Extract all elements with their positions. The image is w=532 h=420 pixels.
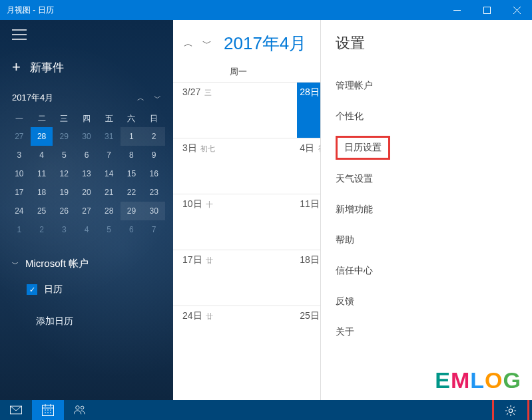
settings-option[interactable]: 帮助 bbox=[336, 225, 517, 256]
mini-cal-day[interactable]: 15 bbox=[121, 164, 143, 183]
mini-cal-day[interactable]: 27 bbox=[75, 202, 98, 220]
mini-cal-day[interactable]: 4 bbox=[31, 146, 53, 164]
svg-rect-2 bbox=[43, 405, 54, 416]
settings-option[interactable]: 新增功能 bbox=[336, 194, 517, 225]
mini-cal-day[interactable]: 2 bbox=[142, 127, 165, 146]
calendar-button[interactable] bbox=[32, 400, 64, 420]
mini-cal-day[interactable]: 23 bbox=[142, 183, 165, 202]
calendar-day[interactable]: 24日 廿 bbox=[180, 306, 297, 361]
plus-icon: + bbox=[12, 59, 21, 76]
month-title: 2017年4月 bbox=[224, 32, 306, 55]
mini-cal-day[interactable]: 20 bbox=[75, 183, 98, 202]
mini-cal-day[interactable]: 3 bbox=[8, 146, 31, 164]
mini-cal-day[interactable]: 6 bbox=[75, 146, 98, 164]
mini-cal-day[interactable]: 21 bbox=[98, 183, 121, 202]
mini-cal-day[interactable]: 5 bbox=[98, 220, 121, 239]
mini-cal-day[interactable]: 28 bbox=[98, 202, 121, 220]
mini-cal-prev[interactable]: ︿ bbox=[137, 93, 144, 103]
settings-button-highlight bbox=[492, 398, 529, 420]
mini-cal-day[interactable]: 26 bbox=[53, 202, 75, 220]
mini-cal-day[interactable]: 2 bbox=[31, 220, 53, 239]
settings-option[interactable]: 个性化 bbox=[336, 101, 517, 132]
new-event-button[interactable]: + 新事件 bbox=[0, 52, 173, 88]
checkbox-icon: ✓ bbox=[27, 284, 37, 295]
mini-cal-day[interactable]: 22 bbox=[121, 183, 143, 202]
mini-cal-day[interactable]: 1 bbox=[121, 127, 143, 146]
window-title: 月视图 - 日历 bbox=[0, 5, 54, 16]
account-label: Microsoft 帐户 bbox=[25, 258, 89, 270]
mini-cal-day[interactable]: 30 bbox=[142, 202, 165, 220]
maximize-button[interactable] bbox=[472, 0, 502, 20]
mini-cal-day[interactable]: 6 bbox=[121, 220, 143, 239]
accounts-section: ﹀ Microsoft 帐户 ✓ 日历 添加日历 bbox=[0, 254, 173, 327]
mini-cal-day[interactable]: 29 bbox=[121, 202, 143, 220]
calendar-day[interactable]: 3/27 三 bbox=[180, 83, 297, 138]
calendar-checkbox-item[interactable]: ✓ 日历 bbox=[11, 274, 162, 298]
window-controls bbox=[442, 0, 532, 20]
account-header[interactable]: ﹀ Microsoft 帐户 bbox=[11, 254, 162, 274]
settings-option[interactable]: 管理帐户 bbox=[336, 71, 517, 101]
mini-cal-day-header: 六 bbox=[121, 110, 143, 127]
settings-option[interactable]: 日历设置 bbox=[336, 136, 390, 160]
settings-button[interactable] bbox=[495, 401, 527, 420]
mini-cal-day[interactable]: 11 bbox=[31, 164, 53, 183]
mini-cal-day[interactable]: 5 bbox=[53, 146, 75, 164]
minimize-button[interactable] bbox=[442, 0, 472, 20]
mail-button[interactable] bbox=[0, 400, 32, 420]
svg-point-5 bbox=[509, 409, 512, 412]
prev-month-button[interactable]: ︿ bbox=[182, 38, 194, 50]
mini-cal-day-header: 四 bbox=[75, 110, 98, 127]
watermark: EMLOG bbox=[435, 367, 521, 393]
mini-cal-day[interactable]: 30 bbox=[75, 127, 98, 146]
calendar-item-label: 日历 bbox=[44, 284, 63, 296]
mini-cal-day-header: 一 bbox=[8, 110, 31, 127]
settings-option[interactable]: 信任中心 bbox=[336, 256, 517, 286]
mini-cal-day[interactable]: 25 bbox=[31, 202, 53, 220]
svg-point-4 bbox=[81, 406, 84, 409]
chevron-down-icon: ﹀ bbox=[12, 260, 19, 269]
mini-cal-day[interactable]: 8 bbox=[121, 146, 143, 164]
mini-cal-day[interactable]: 13 bbox=[75, 164, 98, 183]
add-calendar-link[interactable]: 添加日历 bbox=[11, 298, 162, 327]
settings-option[interactable]: 天气设置 bbox=[336, 164, 517, 194]
mini-cal-next[interactable]: ﹀ bbox=[154, 93, 161, 103]
new-event-label: 新事件 bbox=[30, 60, 64, 75]
mini-cal-day[interactable]: 4 bbox=[75, 220, 98, 239]
bottom-bar bbox=[0, 400, 532, 420]
next-month-button[interactable]: ﹀ bbox=[201, 38, 213, 50]
hamburger-button[interactable] bbox=[0, 20, 173, 52]
mini-cal-day[interactable]: 16 bbox=[142, 164, 165, 183]
svg-point-3 bbox=[76, 406, 79, 409]
mini-cal-day-header: 日 bbox=[142, 110, 165, 127]
mini-cal-day[interactable]: 19 bbox=[53, 183, 75, 202]
mini-calendar: 2017年4月 ︿ ﹀ 一二三四五六日272829303112345678910… bbox=[0, 88, 173, 239]
mini-cal-day[interactable]: 31 bbox=[98, 127, 121, 146]
settings-option[interactable]: 关于 bbox=[336, 317, 517, 347]
mini-cal-day[interactable]: 24 bbox=[8, 202, 31, 220]
close-button[interactable] bbox=[502, 0, 532, 20]
calendar-day[interactable]: 10日 十 bbox=[180, 194, 297, 250]
mini-cal-day-header: 二 bbox=[31, 110, 53, 127]
mini-cal-day[interactable]: 29 bbox=[53, 127, 75, 146]
settings-title: 设置 bbox=[336, 33, 517, 53]
mini-cal-month: 2017年4月 bbox=[12, 92, 53, 104]
mini-cal-day[interactable]: 17 bbox=[8, 183, 31, 202]
day-header: 周一 bbox=[180, 62, 297, 82]
mini-cal-day[interactable]: 10 bbox=[8, 164, 31, 183]
people-button[interactable] bbox=[64, 400, 96, 420]
mini-cal-day[interactable]: 1 bbox=[8, 220, 31, 239]
svg-rect-0 bbox=[484, 7, 491, 13]
mini-cal-day[interactable]: 9 bbox=[142, 146, 165, 164]
mini-cal-day-header: 五 bbox=[98, 110, 121, 127]
mini-cal-day[interactable]: 12 bbox=[53, 164, 75, 183]
settings-option[interactable]: 反馈 bbox=[336, 286, 517, 317]
mini-cal-day[interactable]: 3 bbox=[53, 220, 75, 239]
mini-cal-day[interactable]: 7 bbox=[98, 146, 121, 164]
mini-cal-day[interactable]: 28 bbox=[31, 127, 53, 146]
mini-cal-day[interactable]: 18 bbox=[31, 183, 53, 202]
mini-cal-day[interactable]: 7 bbox=[142, 220, 165, 239]
calendar-day[interactable]: 17日 廿 bbox=[180, 250, 297, 306]
mini-cal-day[interactable]: 14 bbox=[98, 164, 121, 183]
mini-cal-day[interactable]: 27 bbox=[8, 127, 31, 146]
calendar-day[interactable]: 3日 初七 bbox=[180, 138, 297, 194]
